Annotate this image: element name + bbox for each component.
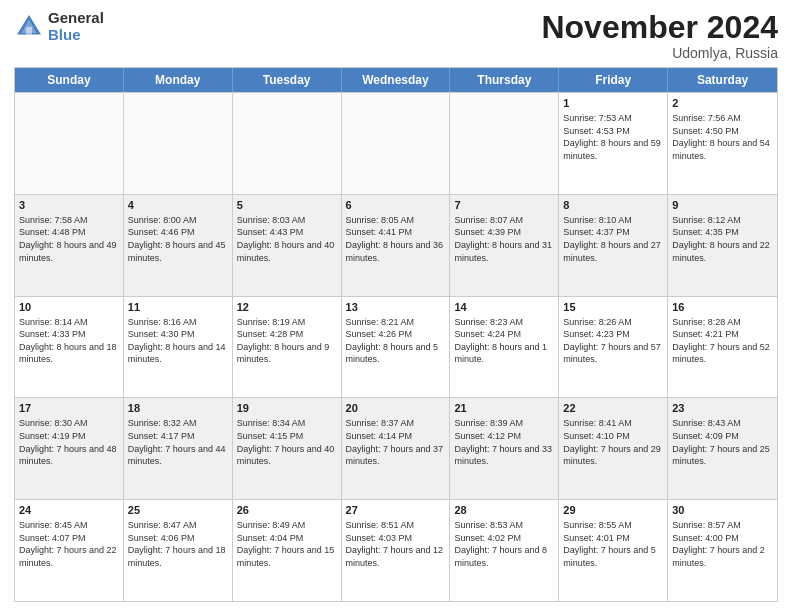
sunrise-text: Sunrise: 8:12 AM	[672, 214, 773, 227]
daylight-text: Daylight: 8 hours and 27 minutes.	[563, 239, 663, 264]
cell-info: Sunrise: 8:26 AMSunset: 4:23 PMDaylight:…	[563, 316, 663, 366]
daylight-text: Daylight: 7 hours and 57 minutes.	[563, 341, 663, 366]
cell-info: Sunrise: 8:16 AMSunset: 4:30 PMDaylight:…	[128, 316, 228, 366]
calendar-cell: 11Sunrise: 8:16 AMSunset: 4:30 PMDayligh…	[124, 297, 233, 398]
calendar-cell: 1Sunrise: 7:53 AMSunset: 4:53 PMDaylight…	[559, 93, 668, 194]
sunset-text: Sunset: 4:02 PM	[454, 532, 554, 545]
daylight-text: Daylight: 8 hours and 45 minutes.	[128, 239, 228, 264]
day-number: 27	[346, 503, 446, 518]
calendar-cell: 22Sunrise: 8:41 AMSunset: 4:10 PMDayligh…	[559, 398, 668, 499]
daylight-text: Daylight: 8 hours and 1 minute.	[454, 341, 554, 366]
cell-info: Sunrise: 8:10 AMSunset: 4:37 PMDaylight:…	[563, 214, 663, 264]
cell-info: Sunrise: 8:30 AMSunset: 4:19 PMDaylight:…	[19, 417, 119, 467]
day-number: 29	[563, 503, 663, 518]
daylight-text: Daylight: 7 hours and 33 minutes.	[454, 443, 554, 468]
sunset-text: Sunset: 4:06 PM	[128, 532, 228, 545]
day-number: 16	[672, 300, 773, 315]
calendar-cell: 12Sunrise: 8:19 AMSunset: 4:28 PMDayligh…	[233, 297, 342, 398]
daylight-text: Daylight: 7 hours and 29 minutes.	[563, 443, 663, 468]
calendar-cell	[233, 93, 342, 194]
day-number: 1	[563, 96, 663, 111]
calendar-cell: 5Sunrise: 8:03 AMSunset: 4:43 PMDaylight…	[233, 195, 342, 296]
sunset-text: Sunset: 4:43 PM	[237, 226, 337, 239]
svg-rect-2	[26, 27, 32, 35]
calendar-cell: 28Sunrise: 8:53 AMSunset: 4:02 PMDayligh…	[450, 500, 559, 601]
sunrise-text: Sunrise: 7:53 AM	[563, 112, 663, 125]
sunset-text: Sunset: 4:28 PM	[237, 328, 337, 341]
daylight-text: Daylight: 8 hours and 40 minutes.	[237, 239, 337, 264]
cell-info: Sunrise: 8:12 AMSunset: 4:35 PMDaylight:…	[672, 214, 773, 264]
calendar-cell: 14Sunrise: 8:23 AMSunset: 4:24 PMDayligh…	[450, 297, 559, 398]
cell-info: Sunrise: 8:49 AMSunset: 4:04 PMDaylight:…	[237, 519, 337, 569]
calendar-row-4: 17Sunrise: 8:30 AMSunset: 4:19 PMDayligh…	[15, 397, 777, 499]
day-number: 18	[128, 401, 228, 416]
day-number: 25	[128, 503, 228, 518]
cell-info: Sunrise: 8:07 AMSunset: 4:39 PMDaylight:…	[454, 214, 554, 264]
sunrise-text: Sunrise: 8:39 AM	[454, 417, 554, 430]
sunrise-text: Sunrise: 8:26 AM	[563, 316, 663, 329]
day-number: 12	[237, 300, 337, 315]
daylight-text: Daylight: 7 hours and 15 minutes.	[237, 544, 337, 569]
cell-info: Sunrise: 8:34 AMSunset: 4:15 PMDaylight:…	[237, 417, 337, 467]
daylight-text: Daylight: 7 hours and 22 minutes.	[19, 544, 119, 569]
day-number: 8	[563, 198, 663, 213]
calendar-cell: 6Sunrise: 8:05 AMSunset: 4:41 PMDaylight…	[342, 195, 451, 296]
day-number: 3	[19, 198, 119, 213]
daylight-text: Daylight: 7 hours and 40 minutes.	[237, 443, 337, 468]
page: General Blue November 2024 Udomlya, Russ…	[0, 0, 792, 612]
logo: General Blue	[14, 10, 104, 43]
calendar-row-5: 24Sunrise: 8:45 AMSunset: 4:07 PMDayligh…	[15, 499, 777, 601]
cell-info: Sunrise: 8:32 AMSunset: 4:17 PMDaylight:…	[128, 417, 228, 467]
day-number: 24	[19, 503, 119, 518]
month-title: November 2024	[541, 10, 778, 45]
sunrise-text: Sunrise: 8:21 AM	[346, 316, 446, 329]
cell-info: Sunrise: 8:03 AMSunset: 4:43 PMDaylight:…	[237, 214, 337, 264]
sunrise-text: Sunrise: 8:00 AM	[128, 214, 228, 227]
cell-info: Sunrise: 8:39 AMSunset: 4:12 PMDaylight:…	[454, 417, 554, 467]
logo-icon	[14, 12, 44, 42]
day-number: 5	[237, 198, 337, 213]
daylight-text: Daylight: 8 hours and 9 minutes.	[237, 341, 337, 366]
logo-general-text: General	[48, 10, 104, 27]
sunset-text: Sunset: 4:01 PM	[563, 532, 663, 545]
sunrise-text: Sunrise: 8:19 AM	[237, 316, 337, 329]
day-number: 19	[237, 401, 337, 416]
sunset-text: Sunset: 4:07 PM	[19, 532, 119, 545]
sunrise-text: Sunrise: 8:37 AM	[346, 417, 446, 430]
header-day-saturday: Saturday	[668, 68, 777, 92]
sunrise-text: Sunrise: 8:43 AM	[672, 417, 773, 430]
sunset-text: Sunset: 4:00 PM	[672, 532, 773, 545]
header-day-monday: Monday	[124, 68, 233, 92]
cell-info: Sunrise: 8:00 AMSunset: 4:46 PMDaylight:…	[128, 214, 228, 264]
calendar-row-1: 1Sunrise: 7:53 AMSunset: 4:53 PMDaylight…	[15, 92, 777, 194]
sunset-text: Sunset: 4:21 PM	[672, 328, 773, 341]
header-day-thursday: Thursday	[450, 68, 559, 92]
sunrise-text: Sunrise: 7:56 AM	[672, 112, 773, 125]
calendar-cell: 23Sunrise: 8:43 AMSunset: 4:09 PMDayligh…	[668, 398, 777, 499]
sunrise-text: Sunrise: 8:34 AM	[237, 417, 337, 430]
day-number: 7	[454, 198, 554, 213]
sunset-text: Sunset: 4:12 PM	[454, 430, 554, 443]
calendar-cell: 13Sunrise: 8:21 AMSunset: 4:26 PMDayligh…	[342, 297, 451, 398]
cell-info: Sunrise: 8:19 AMSunset: 4:28 PMDaylight:…	[237, 316, 337, 366]
cell-info: Sunrise: 8:14 AMSunset: 4:33 PMDaylight:…	[19, 316, 119, 366]
daylight-text: Daylight: 8 hours and 31 minutes.	[454, 239, 554, 264]
sunset-text: Sunset: 4:26 PM	[346, 328, 446, 341]
sunset-text: Sunset: 4:15 PM	[237, 430, 337, 443]
day-number: 6	[346, 198, 446, 213]
sunset-text: Sunset: 4:33 PM	[19, 328, 119, 341]
cell-info: Sunrise: 8:47 AMSunset: 4:06 PMDaylight:…	[128, 519, 228, 569]
sunset-text: Sunset: 4:50 PM	[672, 125, 773, 138]
day-number: 9	[672, 198, 773, 213]
calendar-cell: 21Sunrise: 8:39 AMSunset: 4:12 PMDayligh…	[450, 398, 559, 499]
calendar-cell	[124, 93, 233, 194]
calendar-cell: 3Sunrise: 7:58 AMSunset: 4:48 PMDaylight…	[15, 195, 124, 296]
header-day-wednesday: Wednesday	[342, 68, 451, 92]
sunset-text: Sunset: 4:37 PM	[563, 226, 663, 239]
header-day-tuesday: Tuesday	[233, 68, 342, 92]
calendar-cell: 16Sunrise: 8:28 AMSunset: 4:21 PMDayligh…	[668, 297, 777, 398]
calendar-row-3: 10Sunrise: 8:14 AMSunset: 4:33 PMDayligh…	[15, 296, 777, 398]
day-number: 22	[563, 401, 663, 416]
sunrise-text: Sunrise: 7:58 AM	[19, 214, 119, 227]
sunrise-text: Sunrise: 8:28 AM	[672, 316, 773, 329]
